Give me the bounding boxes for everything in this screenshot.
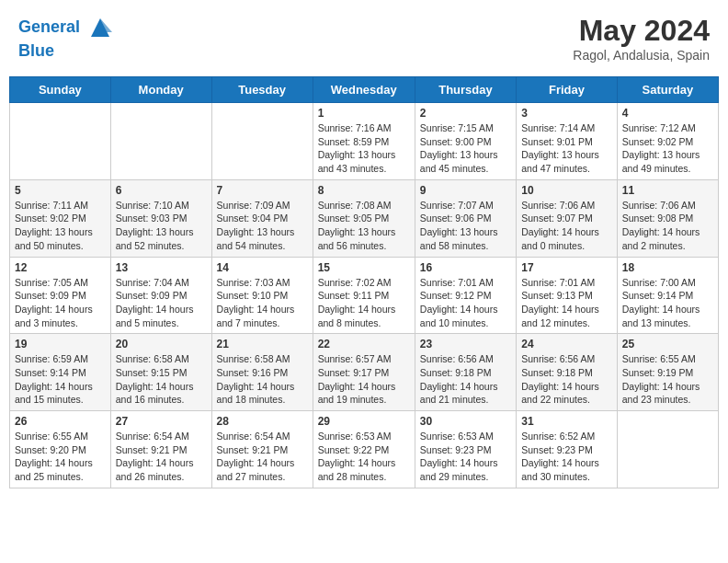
day-number: 13: [116, 261, 207, 274]
day-info: Sunrise: 7:15 AM Sunset: 9:00 PM Dayligh…: [420, 121, 511, 176]
calendar-cell: 31Sunrise: 6:52 AM Sunset: 9:23 PM Dayli…: [517, 411, 618, 488]
page-header: General Blue May 2024 Ragol, Andalusia, …: [9, 9, 719, 67]
logo-icon: [86, 14, 114, 41]
day-info: Sunrise: 7:05 AM Sunset: 9:09 PM Dayligh…: [15, 276, 106, 330]
calendar-cell: 30Sunrise: 6:53 AM Sunset: 9:23 PM Dayli…: [415, 411, 516, 488]
day-number: 8: [318, 184, 410, 197]
day-number: 3: [521, 107, 612, 120]
day-number: 23: [420, 338, 511, 350]
calendar-cell: 26Sunrise: 6:55 AM Sunset: 9:20 PM Dayli…: [10, 411, 111, 488]
calendar-cell: 10Sunrise: 7:06 AM Sunset: 9:07 PM Dayli…: [517, 179, 618, 257]
day-number: 19: [15, 338, 106, 350]
day-number: 29: [318, 415, 410, 428]
calendar-cell: 6Sunrise: 7:10 AM Sunset: 9:03 PM Daylig…: [110, 179, 211, 257]
day-info: Sunrise: 6:56 AM Sunset: 9:18 PM Dayligh…: [420, 352, 511, 407]
weekday-header-friday: Friday: [517, 77, 618, 103]
calendar-cell: 23Sunrise: 6:56 AM Sunset: 9:18 PM Dayli…: [415, 334, 516, 411]
day-number: 20: [116, 338, 207, 350]
calendar-week-row: 26Sunrise: 6:55 AM Sunset: 9:20 PM Dayli…: [10, 411, 719, 488]
calendar-cell: 11Sunrise: 7:06 AM Sunset: 9:08 PM Dayli…: [617, 179, 718, 257]
calendar-cell: [10, 103, 111, 180]
calendar-cell: 5Sunrise: 7:11 AM Sunset: 9:02 PM Daylig…: [10, 179, 111, 257]
day-info: Sunrise: 6:58 AM Sunset: 9:16 PM Dayligh…: [217, 352, 308, 407]
day-info: Sunrise: 7:04 AM Sunset: 9:09 PM Dayligh…: [116, 276, 207, 330]
day-number: 16: [420, 261, 511, 274]
weekday-header-monday: Monday: [110, 77, 211, 103]
day-info: Sunrise: 7:10 AM Sunset: 9:03 PM Dayligh…: [116, 199, 207, 253]
day-info: Sunrise: 7:09 AM Sunset: 9:04 PM Dayligh…: [217, 199, 308, 253]
day-info: Sunrise: 7:14 AM Sunset: 9:01 PM Dayligh…: [521, 121, 612, 176]
day-info: Sunrise: 7:02 AM Sunset: 9:11 PM Dayligh…: [318, 276, 410, 330]
logo: General Blue: [18, 14, 114, 62]
day-info: Sunrise: 7:01 AM Sunset: 9:12 PM Dayligh…: [420, 276, 511, 330]
calendar-cell: 4Sunrise: 7:12 AM Sunset: 9:02 PM Daylig…: [617, 103, 718, 180]
weekday-header-saturday: Saturday: [617, 77, 718, 103]
day-number: 27: [116, 415, 207, 428]
calendar-cell: 3Sunrise: 7:14 AM Sunset: 9:01 PM Daylig…: [517, 103, 618, 180]
calendar-cell: 18Sunrise: 7:00 AM Sunset: 9:14 PM Dayli…: [617, 257, 718, 334]
day-info: Sunrise: 6:55 AM Sunset: 9:19 PM Dayligh…: [622, 352, 713, 407]
month-title: May 2024: [573, 14, 710, 48]
day-number: 15: [318, 261, 410, 274]
calendar-cell: 2Sunrise: 7:15 AM Sunset: 9:00 PM Daylig…: [415, 103, 516, 180]
calendar-cell: [110, 103, 211, 180]
calendar-cell: 1Sunrise: 7:16 AM Sunset: 8:59 PM Daylig…: [313, 103, 415, 180]
calendar-cell: [211, 103, 313, 180]
day-info: Sunrise: 6:53 AM Sunset: 9:22 PM Dayligh…: [318, 430, 410, 484]
day-info: Sunrise: 7:01 AM Sunset: 9:13 PM Dayligh…: [521, 276, 612, 330]
calendar-table: SundayMondayTuesdayWednesdayThursdayFrid…: [9, 76, 719, 488]
calendar-cell: 22Sunrise: 6:57 AM Sunset: 9:17 PM Dayli…: [313, 334, 415, 411]
calendar-cell: 24Sunrise: 6:56 AM Sunset: 9:18 PM Dayli…: [517, 334, 618, 411]
day-number: 28: [217, 415, 308, 428]
day-info: Sunrise: 7:08 AM Sunset: 9:05 PM Dayligh…: [318, 199, 410, 253]
logo-blue: Blue: [18, 41, 114, 62]
calendar-cell: 20Sunrise: 6:58 AM Sunset: 9:15 PM Dayli…: [110, 334, 211, 411]
weekday-header-tuesday: Tuesday: [211, 77, 313, 103]
day-number: 6: [116, 184, 207, 197]
calendar-cell: 19Sunrise: 6:59 AM Sunset: 9:14 PM Dayli…: [10, 334, 111, 411]
day-info: Sunrise: 7:06 AM Sunset: 9:08 PM Dayligh…: [622, 199, 713, 253]
day-number: 18: [622, 261, 713, 274]
weekday-header-wednesday: Wednesday: [313, 77, 415, 103]
day-info: Sunrise: 6:56 AM Sunset: 9:18 PM Dayligh…: [521, 352, 612, 407]
day-info: Sunrise: 7:06 AM Sunset: 9:07 PM Dayligh…: [521, 199, 612, 253]
calendar-cell: 7Sunrise: 7:09 AM Sunset: 9:04 PM Daylig…: [211, 179, 313, 257]
calendar-cell: 28Sunrise: 6:54 AM Sunset: 9:21 PM Dayli…: [211, 411, 313, 488]
day-info: Sunrise: 6:59 AM Sunset: 9:14 PM Dayligh…: [15, 352, 106, 407]
day-info: Sunrise: 6:52 AM Sunset: 9:23 PM Dayligh…: [521, 430, 612, 484]
day-info: Sunrise: 7:11 AM Sunset: 9:02 PM Dayligh…: [15, 199, 106, 253]
day-info: Sunrise: 6:54 AM Sunset: 9:21 PM Dayligh…: [217, 430, 308, 484]
day-number: 26: [15, 415, 106, 428]
day-number: 25: [622, 338, 713, 350]
calendar-cell: 17Sunrise: 7:01 AM Sunset: 9:13 PM Dayli…: [517, 257, 618, 334]
calendar-cell: 8Sunrise: 7:08 AM Sunset: 9:05 PM Daylig…: [313, 179, 415, 257]
calendar-week-row: 12Sunrise: 7:05 AM Sunset: 9:09 PM Dayli…: [10, 257, 719, 334]
day-number: 24: [521, 338, 612, 350]
logo-text: General: [18, 14, 114, 41]
day-info: Sunrise: 7:00 AM Sunset: 9:14 PM Dayligh…: [622, 276, 713, 330]
day-info: Sunrise: 6:55 AM Sunset: 9:20 PM Dayligh…: [15, 430, 106, 484]
title-block: May 2024 Ragol, Andalusia, Spain: [573, 14, 710, 63]
calendar-week-row: 19Sunrise: 6:59 AM Sunset: 9:14 PM Dayli…: [10, 334, 719, 411]
calendar-week-row: 5Sunrise: 7:11 AM Sunset: 9:02 PM Daylig…: [10, 179, 719, 257]
calendar-cell: [617, 411, 718, 488]
calendar-cell: 16Sunrise: 7:01 AM Sunset: 9:12 PM Dayli…: [415, 257, 516, 334]
day-info: Sunrise: 7:12 AM Sunset: 9:02 PM Dayligh…: [622, 121, 713, 176]
day-number: 30: [420, 415, 511, 428]
day-number: 7: [217, 184, 308, 197]
day-number: 5: [15, 184, 106, 197]
day-number: 11: [622, 184, 713, 197]
calendar-cell: 12Sunrise: 7:05 AM Sunset: 9:09 PM Dayli…: [10, 257, 111, 334]
location-title: Ragol, Andalusia, Spain: [573, 48, 710, 63]
day-info: Sunrise: 7:03 AM Sunset: 9:10 PM Dayligh…: [217, 276, 308, 330]
calendar-cell: 25Sunrise: 6:55 AM Sunset: 9:19 PM Dayli…: [617, 334, 718, 411]
calendar-cell: 27Sunrise: 6:54 AM Sunset: 9:21 PM Dayli…: [110, 411, 211, 488]
day-info: Sunrise: 6:53 AM Sunset: 9:23 PM Dayligh…: [420, 430, 511, 484]
calendar-cell: 21Sunrise: 6:58 AM Sunset: 9:16 PM Dayli…: [211, 334, 313, 411]
day-number: 31: [521, 415, 612, 428]
day-info: Sunrise: 6:58 AM Sunset: 9:15 PM Dayligh…: [116, 352, 207, 407]
day-number: 21: [217, 338, 308, 350]
day-number: 9: [420, 184, 511, 197]
day-number: 4: [622, 107, 713, 120]
weekday-header-thursday: Thursday: [415, 77, 516, 103]
